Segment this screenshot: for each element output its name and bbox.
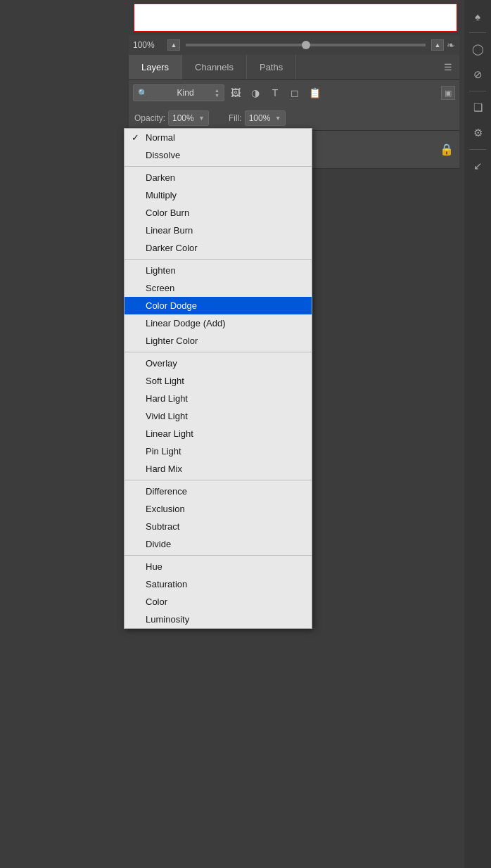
kind-dropdown[interactable]: 🔍 Kind ▲ ▼: [133, 84, 224, 101]
blend-separator-5: [125, 555, 312, 556]
opacity-label: Opacity:: [134, 113, 165, 123]
fill-section: Fill: 100% ▼: [229, 110, 286, 126]
zoom-slider[interactable]: [186, 44, 426, 46]
blend-group-5: Difference Exclusion Subtract Divide: [125, 483, 312, 553]
blend-item-soft-light[interactable]: Soft Light: [125, 372, 312, 390]
kind-dropdown-arrows[interactable]: ▲ ▼: [215, 88, 219, 98]
zoom-bar: 100% ▲ ▲ ❧: [129, 35, 459, 55]
blend-item-subtract[interactable]: Subtract: [125, 518, 312, 535]
panel-menu-icon[interactable]: ❧: [447, 39, 455, 51]
tabs-bar: Layers Channels Paths ☰: [129, 55, 459, 80]
zoom-slider-thumb[interactable]: [302, 41, 310, 49]
blend-group-1: Normal Dissolve: [125, 129, 312, 164]
blend-item-luminosity[interactable]: Luminosity: [125, 611, 312, 628]
blend-item-hard-light[interactable]: Hard Light: [125, 390, 312, 407]
blend-item-dissolve[interactable]: Dissolve: [125, 146, 312, 164]
sidebar-icon-dash[interactable]: ⊘: [467, 64, 488, 85]
blend-item-pin-light[interactable]: Pin Light: [125, 442, 312, 460]
blend-item-color-burn[interactable]: Color Burn: [125, 204, 312, 222]
layer-preview: [134, 4, 457, 32]
blend-group-4: Overlay Soft Light Hard Light Vivid Ligh…: [125, 355, 312, 478]
blend-item-overlay[interactable]: Overlay: [125, 355, 312, 372]
blend-group-6: Hue Saturation Color Luminosity: [125, 558, 312, 628]
adjustment-icon[interactable]: ◑: [247, 84, 264, 101]
blend-mode-dropdown[interactable]: Normal Dissolve Darken Multiply Color Bu…: [124, 128, 312, 629]
blend-item-multiply[interactable]: Multiply: [125, 186, 312, 204]
blend-item-darker-color[interactable]: Darker Color: [125, 239, 312, 257]
image-filter-icon[interactable]: 🖼: [227, 84, 244, 101]
blend-item-linear-dodge[interactable]: Linear Dodge (Add): [125, 314, 312, 332]
fill-arrow: ▼: [275, 115, 281, 122]
blend-item-hard-mix[interactable]: Hard Mix: [125, 460, 312, 478]
fill-input[interactable]: 100% ▼: [245, 110, 286, 126]
zoom-in-button[interactable]: ▲: [431, 39, 444, 51]
opacity-section: Opacity: 100% ▼: [134, 110, 209, 126]
blend-separator-4: [125, 480, 312, 480]
layer-controls-bar: 🔍 Kind ▲ ▼ 🖼 ◑ T ◻ 📋 ▣: [129, 80, 459, 106]
sidebar-divider-3: [469, 149, 486, 150]
tab-layers[interactable]: Layers: [129, 55, 182, 79]
blend-group-2: Darken Multiply Color Burn Linear Burn D…: [125, 169, 312, 257]
tabs-menu-icon[interactable]: ☰: [437, 55, 459, 79]
tab-paths[interactable]: Paths: [247, 55, 296, 79]
opacity-arrow: ▼: [198, 115, 205, 122]
layer-lock-icon: 🔒: [440, 143, 454, 156]
blend-item-color-dodge[interactable]: Color Dodge: [125, 297, 312, 314]
tab-channels[interactable]: Channels: [182, 55, 247, 79]
shape-filter-icon[interactable]: ◻: [286, 84, 303, 101]
blend-item-linear-burn[interactable]: Linear Burn: [125, 222, 312, 239]
zoom-out-button[interactable]: ▲: [167, 39, 180, 51]
opacity-input[interactable]: 100% ▼: [168, 110, 209, 126]
zoom-level: 100%: [133, 40, 165, 50]
text-filter-icon[interactable]: T: [267, 84, 283, 101]
blend-separator-2: [125, 259, 312, 260]
blend-item-difference[interactable]: Difference: [125, 483, 312, 500]
blend-item-saturation[interactable]: Saturation: [125, 575, 312, 593]
blend-item-exclusion[interactable]: Exclusion: [125, 500, 312, 518]
blend-separator-1: [125, 166, 312, 167]
blend-separator-3: [125, 352, 312, 352]
smart-filter-icon[interactable]: 📋: [306, 84, 323, 101]
sidebar-icon-adjust[interactable]: ⚙: [467, 122, 488, 143]
blend-group-3: Lighten Screen Color Dodge Linear Dodge …: [125, 262, 312, 350]
blend-item-normal[interactable]: Normal: [125, 129, 312, 146]
blend-item-divide[interactable]: Divide: [125, 535, 312, 553]
blend-item-lighter-color[interactable]: Lighter Color: [125, 332, 312, 350]
right-sidebar: ♠ ◯ ⊘ ❑ ⚙ ↙: [464, 0, 491, 868]
blend-item-hue[interactable]: Hue: [125, 558, 312, 575]
blend-item-color[interactable]: Color: [125, 593, 312, 611]
blend-item-lighten[interactable]: Lighten: [125, 262, 312, 279]
blend-item-screen[interactable]: Screen: [125, 279, 312, 297]
sidebar-icon-layers[interactable]: ❑: [467, 97, 488, 118]
blend-item-linear-light[interactable]: Linear Light: [125, 425, 312, 442]
sidebar-divider-1: [469, 32, 486, 33]
opacity-fill-bar: Opacity: 100% ▼ Fill: 100% ▼: [129, 106, 459, 131]
blend-item-darken[interactable]: Darken: [125, 169, 312, 186]
search-icon: 🔍: [138, 89, 174, 98]
lock-icon[interactable]: ▣: [441, 86, 455, 100]
sidebar-icon-arrow[interactable]: ↙: [467, 155, 488, 177]
sidebar-icon-circle[interactable]: ◯: [467, 39, 488, 60]
sidebar-divider-2: [469, 91, 486, 91]
sidebar-icon-spade[interactable]: ♠: [467, 6, 488, 27]
blend-item-vivid-light[interactable]: Vivid Light: [125, 407, 312, 425]
fill-label: Fill:: [229, 113, 242, 123]
